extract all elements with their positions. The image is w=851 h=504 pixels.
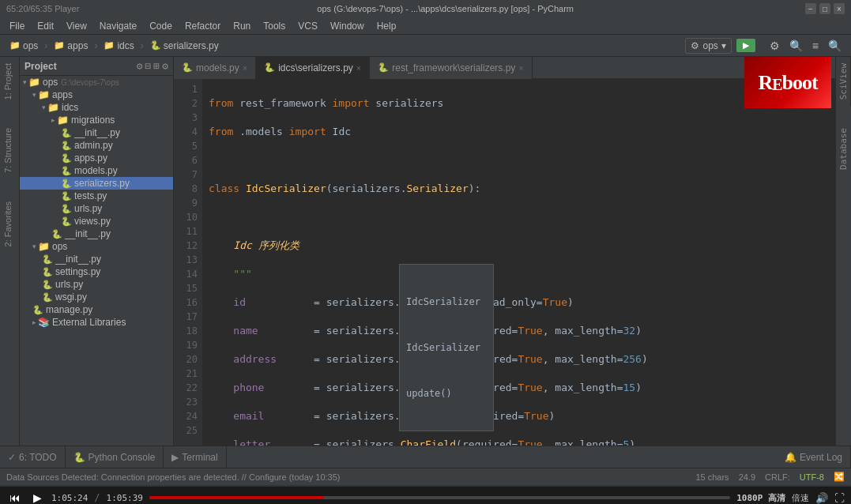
bottom-tab-python-console[interactable]: 🐍 Python Console — [66, 446, 164, 468]
tree-label-init-ops: __init__.py — [55, 254, 101, 265]
tree-item-models[interactable]: 🐍 models.py — [20, 164, 173, 177]
side-panel-tabs: 1: Project 7: Structure 2: Favorites — [0, 57, 20, 446]
menu-refactor[interactable]: Refactor — [179, 19, 227, 33]
autocomplete-popup[interactable]: IdcSerializer IdcSerializer update() — [399, 264, 494, 431]
menu-view[interactable]: View — [60, 19, 93, 33]
tree-item-views[interactable]: 🐍 views.py — [20, 215, 173, 228]
tab-close-rest[interactable]: × — [518, 63, 523, 73]
file-icon: 🐍 — [150, 40, 161, 51]
tree-item-migrations[interactable]: ▸ 📁 migrations — [20, 114, 173, 126]
tree-item-wsgi[interactable]: 🐍 wsgi.py — [20, 291, 173, 303]
line-num-3: 3 — [174, 111, 198, 125]
menu-edit[interactable]: Edit — [31, 19, 60, 33]
tree-arrow-idcs[interactable]: ▾ — [42, 103, 46, 111]
maximize-button[interactable]: □ — [819, 3, 830, 14]
tree-arrow-ops-sub[interactable]: ▾ — [32, 243, 36, 250]
line-num-14: 14 — [174, 267, 198, 281]
tree-item-ops-sub[interactable]: ▾ 📁 ops — [20, 240, 173, 253]
search-everywhere-button[interactable]: 🔍 — [825, 38, 845, 54]
autocomplete-item-1[interactable]: IdcSerializer — [400, 293, 493, 310]
bottom-tab-todo[interactable]: ✓ 6: TODO — [0, 446, 66, 468]
tree-item-init-apps[interactable]: 🐍 __init__.py — [20, 228, 173, 240]
line-num-10: 10 — [174, 210, 198, 224]
line-num-8: 8 — [174, 182, 198, 196]
breadcrumb-ops[interactable]: 📁 ops — [6, 39, 41, 53]
reboot-logo-bg: REboot — [744, 57, 831, 108]
line-num-11: 11 — [174, 224, 198, 239]
tree-item-manage[interactable]: 🐍 manage.py — [20, 303, 173, 316]
tree-item-serializers[interactable]: 🐍 serializers.py — [20, 177, 173, 190]
autocomplete-item-2[interactable]: IdcSerializer — [400, 339, 493, 356]
todo-label: 6: TODO — [19, 452, 57, 463]
tree-item-idcs[interactable]: ▾ 📁 idcs — [20, 101, 173, 114]
run-button[interactable]: ▶ — [736, 39, 755, 52]
tree-item-ops-root[interactable]: ▾ 📁 ops G:\devops-7\ops — [20, 76, 173, 88]
menu-code[interactable]: Code — [143, 19, 179, 33]
breadcrumb-idcs[interactable]: 📁 idcs — [100, 39, 137, 53]
tab-close-serializers[interactable]: × — [356, 63, 361, 73]
menu-tools[interactable]: Tools — [257, 19, 292, 33]
tree-item-apps[interactable]: ▾ 📁 apps — [20, 88, 173, 101]
video-fullscreen-icon[interactable]: ⛶ — [834, 492, 845, 504]
reboot-logo-area: REboot — [744, 57, 831, 108]
bottom-tab-terminal[interactable]: ▶ Terminal — [164, 446, 226, 468]
menu-run[interactable]: Run — [227, 19, 257, 33]
tree-arrow-ext-libs[interactable]: ▸ — [32, 318, 36, 326]
toolbar-btn-1[interactable]: ⚙ — [766, 38, 783, 54]
side-tab-structure[interactable]: 7: Structure — [0, 122, 19, 179]
tree-arrow-apps[interactable]: ▾ — [32, 91, 36, 99]
menu-window[interactable]: Window — [324, 19, 371, 33]
tree-item-urls-idcs[interactable]: 🐍 urls.py — [20, 202, 173, 215]
tree-item-external-libs[interactable]: ▸ 📚 External Libraries — [20, 316, 173, 329]
video-play-button[interactable]: ▶ — [30, 490, 45, 504]
menu-help[interactable]: Help — [371, 19, 403, 33]
tree-item-settings[interactable]: 🐍 settings.py — [20, 265, 173, 278]
tree-folder-icon-apps: 📁 — [38, 89, 50, 100]
status-git-icon: 🔀 — [834, 472, 845, 482]
event-log-label: Event Log — [800, 452, 842, 463]
code-content[interactable]: from rest_framework import serializers f… — [202, 79, 835, 446]
run-config-dropdown[interactable]: ⚙ ops ▾ — [685, 38, 731, 54]
autocomplete-item-3[interactable]: update() — [400, 385, 493, 402]
code-line-6: Idc 序列化类 — [209, 239, 829, 253]
tree-filter-icon[interactable]: ⚙ — [162, 60, 168, 72]
tab-close-models[interactable]: × — [243, 63, 247, 73]
tree-settings-icon[interactable]: ⚙ — [137, 60, 143, 72]
event-log-tab[interactable]: 🔔 Event Log — [777, 446, 851, 468]
tree-item-admin[interactable]: 🐍 admin.py — [20, 139, 173, 152]
menu-file[interactable]: File — [3, 19, 31, 33]
menu-navigate[interactable]: Navigate — [93, 19, 143, 33]
side-tab-favorites[interactable]: 2: Favorites — [0, 195, 19, 253]
video-prev-button[interactable]: ⏮ — [6, 490, 24, 504]
video-progress-bar[interactable] — [149, 496, 730, 499]
minimize-button[interactable]: − — [805, 3, 816, 14]
menu-vcs[interactable]: VCS — [292, 19, 324, 33]
tree-item-init-idcs[interactable]: 🐍 __init__.py — [20, 126, 173, 139]
breadcrumb-apps[interactable]: 📁 apps — [51, 39, 91, 53]
side-tab-project[interactable]: 1: Project — [0, 57, 19, 106]
tree-item-apps-py[interactable]: 🐍 apps.py — [20, 152, 173, 164]
right-tab-database[interactable]: Database — [836, 122, 851, 176]
tab-models-py[interactable]: 🐍 models.py × — [174, 57, 256, 79]
line-num-12: 12 — [174, 239, 198, 253]
title-text: 65:20/65:35 Player — [6, 4, 79, 13]
tree-expand-icon[interactable]: ⊞ — [153, 60, 160, 72]
line-num-15: 15 — [174, 281, 198, 295]
code-editor: 1 2 3 4 5 6 7 8 9 10 11 12 13 14 15 16 ●… — [174, 79, 835, 446]
tree-item-init-ops[interactable]: 🐍 __init__.py — [20, 253, 173, 265]
right-tab-sciview[interactable]: SciView — [836, 57, 851, 106]
breadcrumb-file[interactable]: 🐍 serializers.py — [147, 39, 222, 53]
toolbar-btn-2[interactable]: 🔍 — [786, 38, 806, 54]
video-volume-icon[interactable]: 🔊 — [815, 492, 828, 504]
tree-collapse-icon[interactable]: ⊟ — [145, 60, 152, 72]
tree-label-migrations: migrations — [71, 115, 115, 126]
tab-rest-serializers[interactable]: 🐍 rest_framework\serializers.py × — [370, 57, 532, 79]
tab-serializers-py[interactable]: 🐍 idcs\serializers.py × — [256, 57, 370, 79]
close-button[interactable]: × — [834, 3, 845, 14]
tree-item-urls-ops[interactable]: 🐍 urls.py — [20, 278, 173, 291]
toolbar-btn-3[interactable]: ≡ — [809, 38, 822, 54]
tree-item-tests[interactable]: 🐍 tests.py — [20, 190, 173, 202]
tree-folder-icon-idcs: 📁 — [47, 102, 59, 113]
tree-arrow-ops[interactable]: ▾ — [23, 78, 27, 86]
tree-arrow-migrations[interactable]: ▸ — [51, 116, 55, 124]
